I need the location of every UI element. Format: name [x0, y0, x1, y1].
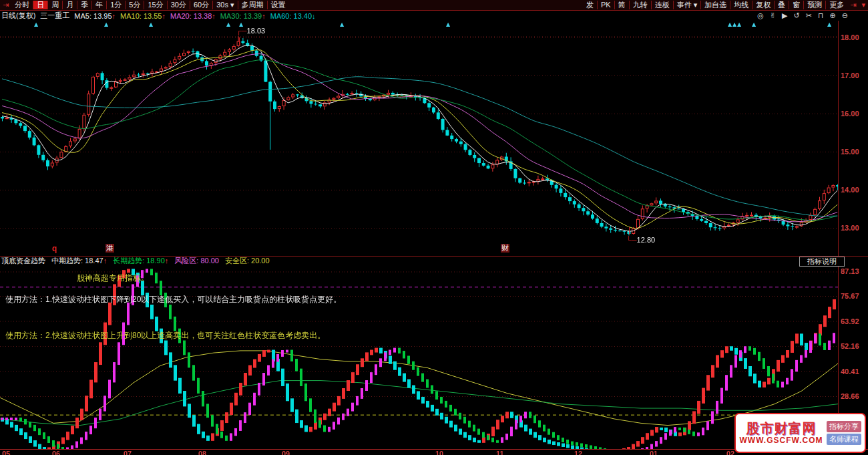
indicator-values: 中期趋势: 18.47↑长期趋势: 18.90↑风险区: 80.00安全区: 2… — [51, 256, 270, 266]
indicator-tick-28.66: 28.66 — [841, 392, 859, 400]
tab-发[interactable]: 发 — [583, 1, 597, 9]
price-tick-16.00: 16.00 — [841, 110, 859, 118]
toolbar-dropdown-icon[interactable]: ▾ — [859, 1, 868, 9]
indicator-value-安全区: 安全区: 20.00 — [225, 256, 270, 266]
price-tick-15.00: 15.00 — [841, 148, 859, 156]
play-icon[interactable]: ▶ — [782, 11, 787, 20]
watermark-logo: 股市财富网 WWW.GSCFW.COM 指标分享名师课程 — [734, 413, 866, 453]
tab-年[interactable]: 年 — [91, 1, 106, 9]
indicator-tick-52.16: 52.16 — [841, 342, 859, 350]
candlestick-canvas[interactable] — [0, 21, 838, 256]
watermark-badge-名师课程: 名师课程 — [827, 434, 861, 445]
ma-value-MA60: MA60: 13.40↓ — [270, 12, 316, 20]
main-price-chart[interactable]: ▲▲▲▲▲▲▲▲▲▲▲▲┌─18.03└─12.80q港财 — [0, 21, 838, 256]
month-label-05: 05 — [2, 450, 10, 455]
tab-分时[interactable]: 分时 — [11, 1, 33, 9]
tab-事件 ▾[interactable]: 事件 ▾ — [673, 1, 701, 9]
month-label-06: 06 — [52, 450, 60, 455]
jump-icon[interactable]: ⇥ — [0, 1, 11, 9]
tab-周[interactable]: 周 — [47, 1, 62, 9]
watermark-url: WWW.GSCFW.COM — [739, 436, 823, 445]
ma-value-MA30: MA30: 13.39↑ — [220, 12, 266, 20]
ma-value-MA5: MA5: 13.95↑ — [74, 12, 116, 20]
tab-5分[interactable]: 5分 — [125, 1, 144, 9]
indicator-chart[interactable]: 股神高超专用指标。使用方法：1.快速波动柱状图下降到20以下逢低买入，可以结合主… — [0, 265, 838, 449]
period-toolbar: ⇥ 分时日周月季年1分5分15分30分60分30s ▾多周期设置 发PK简九转连… — [0, 0, 868, 11]
month-label-01: 01 — [650, 450, 658, 455]
indicator-value-中期趋势: 中期趋势: 18.47↑ — [51, 256, 107, 266]
hand-icon[interactable]: ✌ — [770, 11, 776, 20]
period-mode-label: 日线(复权) — [1, 11, 35, 21]
month-label-12: 12 — [574, 450, 582, 455]
month-label-10: 10 — [435, 450, 443, 455]
price-tick-14.00: 14.00 — [841, 186, 859, 194]
ma-value-MA10: MA10: 13.55↑ — [120, 12, 166, 20]
chart-info-row: 日线(复权) 三一重工 MA5: 13.95↑MA10: 13.55↑MA20:… — [0, 11, 868, 21]
oscillator-canvas[interactable] — [0, 265, 838, 449]
month-label-11: 11 — [496, 450, 504, 455]
tab-复权[interactable]: 复权 — [752, 1, 774, 9]
tab-月[interactable]: 月 — [62, 1, 77, 9]
month-label-02: 02 — [726, 450, 734, 455]
indicator-tick-63.92: 63.92 — [841, 317, 859, 325]
tab-连板[interactable]: 连板 — [651, 1, 673, 9]
indicator-tick-40.41: 40.41 — [841, 367, 859, 375]
tab-15分[interactable]: 15分 — [144, 1, 166, 9]
tab-1分[interactable]: 1分 — [106, 1, 125, 9]
tab-叠[interactable]: 叠 — [774, 1, 789, 9]
ma-value-MA20: MA20: 13.38↑ — [170, 12, 216, 20]
eye-icon[interactable]: ◎ — [757, 11, 764, 20]
zoom-in-icon[interactable]: ⊕ — [830, 11, 836, 20]
stock-name: 三一重工 — [40, 11, 69, 21]
tab-季[interactable]: 季 — [77, 1, 91, 9]
price-axis: 18.0017.0016.0015.0014.0013.0087.1375.67… — [838, 21, 868, 449]
indicator-value-风险区: 风险区: 80.00 — [174, 256, 219, 266]
tab-更多[interactable]: 更多 — [825, 1, 847, 9]
tab-简[interactable]: 简 — [614, 1, 629, 9]
undo-icon[interactable]: ↺ — [794, 11, 800, 20]
tab-30分[interactable]: 30分 — [167, 1, 190, 9]
tab-设置[interactable]: 设置 — [267, 1, 289, 9]
watermark-badge-指标分享: 指标分享 — [827, 421, 861, 432]
tab-日[interactable]: 日 — [33, 1, 47, 9]
watermark-site-name: 股市财富网 — [739, 421, 823, 436]
tab-60分[interactable]: 60分 — [190, 1, 212, 9]
indicator-title: 顶底资金趋势 — [1, 256, 45, 266]
tab-九转[interactable]: 九转 — [629, 1, 651, 9]
indicator-header: 顶底资金趋势 中期趋势: 18.47↑长期趋势: 18.90↑风险区: 80.0… — [0, 256, 868, 265]
cut-icon[interactable]: ✂ — [806, 11, 812, 20]
right-toolbar: 发PK简九转连板事件 ▾加自选均线复权叠窗预测更多 ⇥ ▾ — [583, 0, 868, 10]
jump-right-icon[interactable]: ⇥ — [847, 1, 859, 9]
indicator-tick-87.13: 87.13 — [841, 267, 859, 275]
month-label-09: 09 — [282, 450, 290, 455]
price-tick-18.00: 18.00 — [841, 33, 859, 41]
tab-加自选[interactable]: 加自选 — [700, 1, 730, 9]
tab-均线[interactable]: 均线 — [730, 1, 752, 9]
lock-icon[interactable]: ⊓ — [818, 11, 824, 20]
tab-PK[interactable]: PK — [597, 1, 614, 9]
tool-tabs: 发PK简九转连板事件 ▾加自选均线复权叠窗预测更多 — [583, 0, 847, 10]
chart-tool-icons: ◎✌▶↺✂⊓⊕⊖ — [757, 11, 868, 20]
ma-values: MA5: 13.95↑MA10: 13.55↑MA20: 13.38↑MA30:… — [74, 12, 315, 20]
tab-预测[interactable]: 预测 — [803, 1, 825, 9]
indicator-help-button[interactable]: 指标说明 — [799, 257, 845, 267]
price-tick-17.00: 17.00 — [841, 71, 859, 80]
month-label-07: 07 — [124, 450, 132, 455]
indicator-value-长期趋势: 长期趋势: 18.90↑ — [113, 256, 168, 266]
tab-多周期[interactable]: 多周期 — [238, 1, 267, 9]
month-label-08: 08 — [198, 450, 206, 455]
tab-窗[interactable]: 窗 — [789, 1, 803, 9]
stock-app-window: ⇥ 分时日周月季年1分5分15分30分60分30s ▾多周期设置 发PK简九转连… — [0, 0, 868, 455]
watermark-badges: 指标分享名师课程 — [827, 420, 861, 446]
tab-30s ▾[interactable]: 30s ▾ — [212, 1, 237, 9]
zoom-out-icon[interactable]: ⊖ — [842, 11, 848, 20]
price-tick-13.00: 13.00 — [841, 224, 859, 232]
watermark-text: 股市财富网 WWW.GSCFW.COM — [739, 421, 823, 445]
indicator-tick-75.67: 75.67 — [841, 292, 859, 300]
period-tabs: 分时日周月季年1分5分15分30分60分30s ▾多周期设置 — [11, 0, 288, 10]
